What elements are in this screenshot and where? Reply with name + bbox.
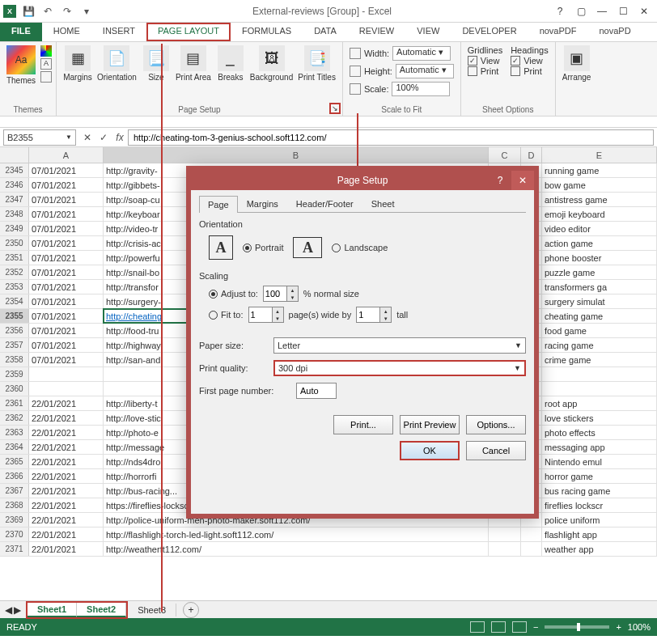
table-row[interactable]: 237022/01/2021http://flashlight-torch-le… xyxy=(0,527,657,542)
cell[interactable]: 22/01/2021 xyxy=(29,411,104,425)
cell[interactable]: 07/01/2021 xyxy=(29,251,104,265)
row-header[interactable]: 2364 xyxy=(0,440,29,454)
row-header[interactable]: 2355 xyxy=(0,309,29,323)
qat-customize-icon[interactable]: ▾ xyxy=(79,4,94,19)
themes-button[interactable]: Aa Themes xyxy=(6,45,36,85)
col-header-c[interactable]: C xyxy=(489,147,521,163)
row-header[interactable]: 2360 xyxy=(0,382,29,396)
background-button[interactable]: 🖼Background xyxy=(250,45,293,82)
close-icon[interactable]: ✕ xyxy=(634,3,654,19)
maximize-icon[interactable]: ☐ xyxy=(613,3,633,19)
row-header[interactable]: 2345 xyxy=(0,163,29,177)
tab-insert[interactable]: INSERT xyxy=(91,23,146,41)
cell[interactable]: 07/01/2021 xyxy=(29,280,104,294)
row-header[interactable]: 2347 xyxy=(0,193,29,206)
dialog-tab-header-footer[interactable]: Header/Footer xyxy=(287,195,362,212)
colors-icon[interactable] xyxy=(40,45,52,57)
tab-page-layout[interactable]: PAGE LAYOUT xyxy=(146,23,231,41)
row-header[interactable]: 2363 xyxy=(0,426,29,439)
cell[interactable]: 22/01/2021 xyxy=(29,440,104,454)
cell[interactable]: transformers ga xyxy=(542,280,657,294)
cell[interactable]: 07/01/2021 xyxy=(29,265,104,279)
row-header[interactable]: 2350 xyxy=(0,236,29,250)
cell[interactable] xyxy=(521,527,542,541)
cell[interactable]: running game xyxy=(542,163,657,177)
row-header[interactable]: 2354 xyxy=(0,294,29,308)
row-header[interactable]: 2368 xyxy=(0,498,29,512)
adjust-to-radio[interactable]: Adjust to: xyxy=(209,289,258,299)
cell[interactable]: 22/01/2021 xyxy=(29,396,104,410)
scale-spinner[interactable]: 100% xyxy=(392,82,450,96)
cell[interactable]: fireflies lockscr xyxy=(542,498,657,512)
dialog-tab-sheet[interactable]: Sheet xyxy=(362,195,404,212)
row-header[interactable]: 2370 xyxy=(0,527,29,541)
cell[interactable]: 07/01/2021 xyxy=(29,163,104,177)
page-setup-dialog-launcher[interactable]: ↘ xyxy=(329,103,341,114)
cell[interactable]: 22/01/2021 xyxy=(29,455,104,468)
cell[interactable]: video editor xyxy=(542,222,657,235)
height-combo[interactable]: Automatic ▾ xyxy=(396,64,454,78)
ribbon-options-icon[interactable]: ▢ xyxy=(571,3,591,19)
cell[interactable]: 22/01/2021 xyxy=(29,527,104,541)
cell[interactable] xyxy=(29,367,104,381)
minimize-icon[interactable]: — xyxy=(592,3,612,19)
sheet-tab-1[interactable]: Sheet1 xyxy=(28,603,77,617)
row-header[interactable]: 2365 xyxy=(0,455,29,468)
row-header[interactable]: 2369 xyxy=(0,513,29,527)
cell[interactable]: bow game xyxy=(542,178,657,192)
tab-developer[interactable]: DEVELOPER xyxy=(451,23,528,41)
paper-size-combo[interactable]: Letter▼ xyxy=(273,337,526,354)
fonts-icon[interactable]: A xyxy=(40,58,52,70)
save-icon[interactable]: 💾 xyxy=(21,4,36,19)
cell[interactable]: 07/01/2021 xyxy=(29,294,104,308)
options-button[interactable]: Options... xyxy=(466,415,526,434)
table-row[interactable]: 237122/01/2021http://weatherft112.com/we… xyxy=(0,542,657,557)
normal-view-icon[interactable] xyxy=(470,621,485,633)
help-icon[interactable]: ? xyxy=(550,3,570,19)
cell[interactable]: messaging app xyxy=(542,440,657,454)
row-header[interactable]: 2371 xyxy=(0,542,29,556)
print-preview-button[interactable]: Print Preview xyxy=(400,415,460,434)
cell[interactable]: 22/01/2021 xyxy=(29,484,104,498)
cell[interactable]: racing game xyxy=(542,338,657,352)
landscape-radio[interactable]: Landscape xyxy=(332,243,388,252)
orientation-button[interactable]: 📄Orientation xyxy=(97,45,137,82)
row-header[interactable]: 2367 xyxy=(0,484,29,498)
cell[interactable]: emoji keyboard xyxy=(542,207,657,221)
row-header[interactable]: 2359 xyxy=(0,367,29,381)
width-combo[interactable]: Automatic ▾ xyxy=(392,46,451,61)
cell[interactable]: cheating game xyxy=(542,309,657,323)
fit-tall-spinner[interactable]: ▲▼ xyxy=(356,307,392,323)
adjust-to-spinner[interactable]: ▲▼ xyxy=(263,286,299,302)
row-header[interactable]: 2358 xyxy=(0,353,29,366)
cell[interactable]: surgery simulat xyxy=(542,294,657,308)
cell[interactable]: 07/01/2021 xyxy=(29,178,104,192)
dialog-tab-page[interactable]: Page xyxy=(199,196,238,213)
print-titles-button[interactable]: 📑Print Titles xyxy=(298,45,336,82)
row-header[interactable]: 2351 xyxy=(0,251,29,265)
margins-button[interactable]: ▦Margins xyxy=(63,45,92,82)
cell[interactable]: flashlight app xyxy=(542,527,657,541)
cell[interactable]: 22/01/2021 xyxy=(29,498,104,512)
cell[interactable] xyxy=(29,382,104,396)
sheet-tab-3[interactable]: Sheet3 xyxy=(128,604,176,616)
cell[interactable]: police uniform xyxy=(542,513,657,527)
tab-file[interactable]: FILE xyxy=(0,23,42,41)
cancel-formula-icon[interactable]: ✕ xyxy=(79,129,95,146)
zoom-in-icon[interactable]: + xyxy=(616,622,621,632)
select-all-cell[interactable] xyxy=(0,147,29,163)
dialog-help-icon[interactable]: ? xyxy=(490,171,510,190)
cell[interactable]: 07/01/2021 xyxy=(29,353,104,366)
tab-home[interactable]: HOME xyxy=(42,23,91,41)
cell[interactable]: photo effects xyxy=(542,426,657,439)
cell[interactable]: root app xyxy=(542,396,657,410)
cell[interactable]: puzzle game xyxy=(542,265,657,279)
cell[interactable]: 07/01/2021 xyxy=(29,236,104,250)
zoom-out-icon[interactable]: − xyxy=(533,622,538,632)
tab-review[interactable]: REVIEW xyxy=(348,23,405,41)
tab-formulas[interactable]: FORMULAS xyxy=(231,23,303,41)
tab-novapdf[interactable]: novaPDF xyxy=(528,23,588,41)
cell[interactable] xyxy=(489,527,521,541)
cell[interactable]: 07/01/2021 xyxy=(29,193,104,206)
sheet-nav-prev-icon[interactable]: ◀ xyxy=(5,604,12,616)
